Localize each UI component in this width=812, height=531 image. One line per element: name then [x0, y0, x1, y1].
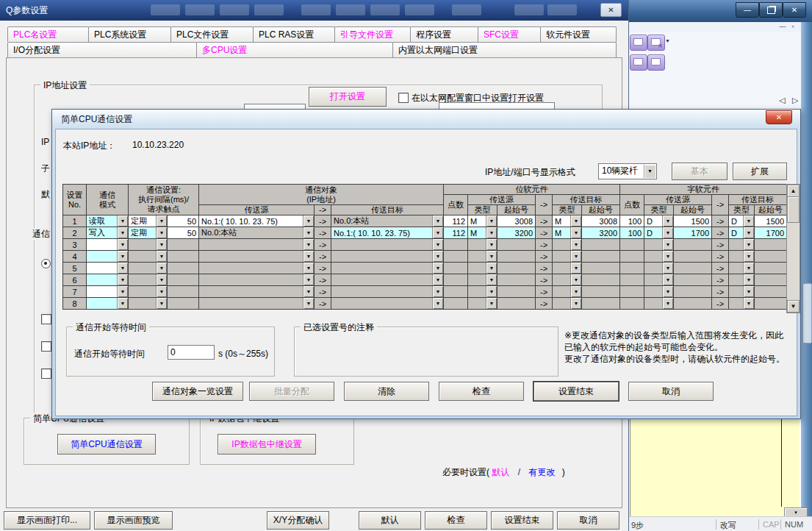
bit-target-start-cell[interactable] — [582, 251, 620, 263]
check-button[interactable]: 检查 — [439, 382, 524, 401]
mdi-restore-icon[interactable]: ▫ — [788, 23, 798, 31]
toolbar-dropdown-icon[interactable]: ▼ — [665, 38, 670, 43]
basic-button[interactable]: 基本 — [672, 163, 727, 180]
bit-source-start-cell[interactable]: 3008 — [497, 215, 536, 227]
word-source-start-cell[interactable] — [674, 286, 712, 298]
dropdown-button[interactable]: ▼ — [743, 239, 754, 250]
dropdown-button[interactable]: ▼ — [432, 263, 443, 274]
restore-button[interactable] — [759, 2, 783, 18]
comm-setting-type-cell[interactable]: ▼ — [129, 239, 168, 251]
word-source-type-cell[interactable]: ▼ — [644, 274, 674, 286]
bit-source-type-cell[interactable]: ▼ — [468, 239, 497, 251]
dropdown-button[interactable]: ▼ — [570, 251, 581, 262]
word-target-type-cell[interactable]: ▼ — [729, 286, 755, 298]
word-points-cell[interactable] — [620, 239, 644, 251]
dropdown-button[interactable]: ▼ — [303, 239, 314, 250]
close-button[interactable]: ✕ — [600, 3, 622, 17]
word-points-cell[interactable] — [620, 298, 644, 310]
setting-end-button[interactable]: 设置结束 — [533, 382, 619, 401]
comm-setting-type-cell[interactable]: 定期▼ — [129, 227, 168, 239]
transfer-target-cell[interactable]: ▼ — [331, 251, 444, 263]
word-source-type-cell[interactable]: D▼ — [644, 215, 674, 227]
comm-mode-cell[interactable]: 读取▼ — [87, 215, 129, 227]
word-source-start-cell[interactable] — [674, 298, 712, 310]
dropdown-button[interactable]: ▼ — [303, 263, 314, 274]
transfer-target-cell[interactable]: ▼ — [331, 239, 444, 251]
dropdown-button[interactable]: ▼ — [743, 263, 754, 274]
comm-mode-cell[interactable]: ▼ — [87, 298, 129, 310]
tab-builtin-ethernet[interactable]: 内置以太网端口设置 — [392, 42, 617, 57]
tab-program[interactable]: 程序设置 — [410, 26, 478, 42]
dropdown-button[interactable]: ▼ — [432, 215, 443, 227]
transfer-target-cell[interactable]: ▼ — [331, 263, 444, 274]
word-target-start-cell[interactable]: 1700 — [755, 227, 787, 239]
dropdown-button[interactable]: ▼ — [743, 227, 754, 238]
dropdown-button[interactable]: ▼ — [570, 227, 581, 238]
word-target-type-cell[interactable]: ▼ — [729, 251, 755, 263]
dropdown-button[interactable]: ▼ — [486, 227, 497, 238]
dropdown-button[interactable]: ▼ — [117, 251, 128, 262]
word-target-start-cell[interactable] — [755, 274, 787, 286]
word-source-type-cell[interactable]: ▼ — [644, 286, 674, 298]
word-source-start-cell[interactable] — [674, 274, 712, 286]
dropdown-button[interactable]: ▼ — [117, 227, 128, 238]
window-icon[interactable] — [630, 35, 647, 51]
setting-end-button[interactable]: 设置结束 — [491, 511, 553, 530]
dropdown-button[interactable]: ▼ — [570, 215, 581, 227]
dropdown-button[interactable]: ▼ — [117, 274, 128, 285]
word-points-cell[interactable] — [620, 263, 644, 274]
bit-target-start-cell[interactable] — [582, 239, 620, 251]
dropdown-button[interactable]: ▼ — [570, 239, 581, 250]
comm-setting-type-cell[interactable]: ▼ — [129, 298, 168, 310]
extend-button[interactable]: 扩展 — [733, 163, 787, 180]
comm-mode-cell[interactable]: ▼ — [87, 239, 129, 251]
comm-mode-cell[interactable]: ▼ — [87, 286, 129, 298]
bit-source-start-cell[interactable] — [497, 263, 536, 274]
dropdown-button[interactable]: ▼ — [156, 298, 167, 309]
cancel-button[interactable]: 取消 — [628, 382, 714, 401]
word-target-type-cell[interactable]: ▼ — [729, 263, 755, 274]
dropdown-button[interactable]: ▼ — [432, 239, 443, 250]
scrollbar-thumb[interactable] — [787, 196, 800, 223]
scrollbar-thumb[interactable] — [802, 283, 812, 343]
word-points-cell[interactable]: 100 — [620, 227, 644, 239]
transfer-target-cell[interactable]: ▼ — [331, 286, 444, 298]
dropdown-button[interactable]: ▼ — [156, 215, 167, 227]
dropdown-button[interactable]: ▼ — [303, 298, 314, 309]
chevron-down-icon[interactable]: ▼ — [644, 165, 655, 178]
word-target-start-cell[interactable] — [755, 251, 787, 263]
exec-interval-cell[interactable] — [168, 239, 199, 251]
bit-target-start-cell[interactable] — [582, 298, 620, 310]
required-changed-link[interactable]: 有更改 — [528, 467, 555, 477]
tab-io-assignment[interactable]: I/O分配设置 — [7, 42, 197, 57]
dropdown-button[interactable]: ▼ — [432, 286, 443, 297]
check-button[interactable]: 检查 — [425, 511, 487, 530]
bit-points-cell[interactable] — [444, 298, 468, 310]
word-source-type-cell[interactable]: ▼ — [644, 239, 674, 251]
simple-cpu-settings-button[interactable]: 简单CPU通信设置 — [57, 434, 156, 455]
required-default-link[interactable]: 默认 — [492, 467, 509, 477]
exec-interval-cell[interactable] — [168, 263, 199, 274]
exec-interval-cell[interactable]: 50 — [168, 215, 199, 227]
word-target-type-cell[interactable]: ▼ — [729, 298, 755, 310]
dropdown-button[interactable]: ▼ — [486, 239, 497, 250]
tab-boot-file[interactable]: 引导文件设置 — [334, 26, 411, 42]
exec-interval-cell[interactable] — [168, 298, 199, 310]
transfer-source-cell[interactable]: ▼ — [199, 298, 315, 310]
bit-points-cell[interactable] — [444, 251, 468, 263]
word-target-start-cell[interactable]: 1500 — [755, 215, 787, 227]
word-target-start-cell[interactable] — [755, 239, 787, 251]
bit-source-type-cell[interactable]: M▼ — [468, 227, 497, 239]
dropdown-button[interactable]: ▼ — [570, 298, 581, 309]
word-source-start-cell[interactable]: 1700 — [674, 227, 712, 239]
dropdown-button[interactable]: ▼ — [486, 263, 497, 274]
exec-interval-cell[interactable] — [168, 251, 199, 263]
tab-sfc[interactable]: SFC设置 — [478, 26, 541, 42]
dropdown-button[interactable]: ▼ — [486, 215, 497, 227]
word-source-start-cell[interactable] — [674, 263, 712, 274]
dropdown-button[interactable]: ▼ — [156, 263, 167, 274]
print-screen-button[interactable]: 显示画面打印... — [4, 511, 90, 530]
bit-target-type-cell[interactable]: ▼ — [553, 263, 582, 274]
dropdown-button[interactable]: ▼ — [662, 215, 673, 227]
comm-setting-type-cell[interactable]: 定期▼ — [129, 215, 168, 227]
